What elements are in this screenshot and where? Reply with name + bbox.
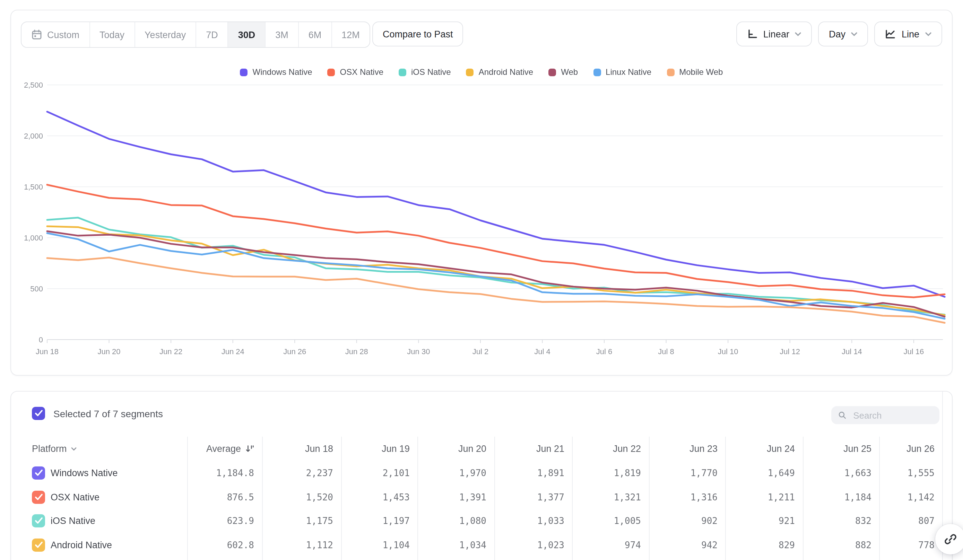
x-axis-tick-label: Jun 18	[36, 347, 58, 356]
x-axis-tick-label: Jun 22	[159, 347, 182, 356]
share-link-button[interactable]	[935, 524, 963, 554]
x-axis-tick-label: Jul 12	[780, 347, 800, 356]
column-header-label: Jun 26	[906, 443, 935, 454]
x-axis-tick-label: Jul 4	[534, 347, 550, 356]
chart-card: CustomTodayYesterday7D30D3M6M12M Compare…	[10, 10, 953, 375]
x-axis-tick-label: Jul 8	[658, 347, 674, 356]
x-axis-tick-label: Jul 6	[596, 347, 612, 356]
y-axis-tick-label: 1,500	[24, 183, 43, 191]
x-axis-tick-label: Jun 26	[283, 347, 306, 356]
select-all-checkbox[interactable]	[32, 407, 45, 420]
x-axis-tick-label: Jul 2	[472, 347, 488, 356]
column-header-jun-26[interactable]: Jun 26	[11, 437, 935, 461]
analytics-dashboard: CustomTodayYesterday7D30D3M6M12M Compare…	[0, 0, 963, 560]
series-line-mobile-web[interactable]	[47, 257, 945, 323]
x-axis-tick-label: Jun 20	[98, 347, 121, 356]
x-axis-tick-label: Jul 14	[842, 347, 862, 356]
x-axis-tick-label: Jul 16	[903, 347, 924, 356]
line-chart: 05001,0001,5002,0002,500Jun 18Jun 20Jun …	[11, 10, 953, 376]
x-axis-tick-label: Jun 28	[345, 347, 368, 356]
y-axis-tick-label: 0	[39, 335, 43, 344]
y-axis-tick-label: 500	[30, 285, 43, 293]
segments-table-card: Selected 7 of 7 segments PlatformAverage…	[10, 391, 953, 560]
y-axis-tick-label: 2,000	[24, 132, 43, 140]
value-cell: 1,555	[11, 461, 935, 485]
y-axis-tick-label: 2,500	[24, 81, 43, 89]
search-icon	[838, 410, 846, 420]
segment-search	[831, 406, 939, 424]
x-axis-tick-label: Jul 10	[718, 347, 738, 356]
x-axis-tick-label: Jun 24	[222, 347, 245, 356]
link-icon	[943, 532, 958, 547]
check-icon	[34, 409, 43, 417]
x-axis-tick-label: Jun 30	[407, 347, 430, 356]
value-cell: 778	[11, 533, 935, 557]
value-cell: 807	[11, 509, 935, 533]
value-cell: 1,142	[11, 485, 935, 509]
dashboard-viewport: CustomTodayYesterday7D30D3M6M12M Compare…	[0, 0, 963, 560]
selected-segments-label: Selected 7 of 7 segments	[54, 408, 163, 419]
segments-select-bar: Selected 7 of 7 segments	[32, 407, 163, 420]
search-input[interactable]	[852, 409, 932, 421]
y-axis-tick-label: 1,000	[24, 233, 43, 242]
